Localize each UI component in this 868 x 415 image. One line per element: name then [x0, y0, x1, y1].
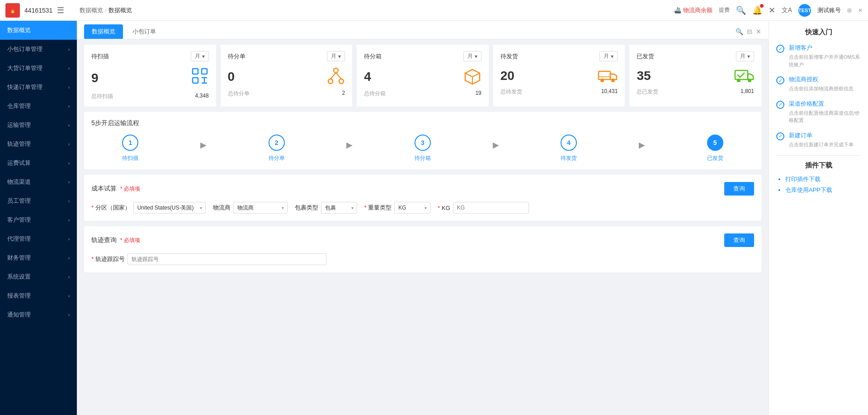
- user-name[interactable]: 测试账号: [817, 6, 841, 14]
- sidebar-item-notify[interactable]: 通知管理 ›: [0, 305, 77, 324]
- main-layout: 数据概览 小包订单管理 › 大货订单管理 › 快递订单管理 › 仓库管理 › 运…: [0, 21, 868, 415]
- right-panel: 快速入门 ✓ 新增客户 点击前往新增客户并开通OMS系统账户 ✓ 物流商授权 点…: [769, 21, 868, 415]
- card-title: 待发货: [500, 52, 518, 61]
- filter-label: 月: [740, 52, 745, 60]
- app-id: 44161531: [24, 7, 52, 14]
- step-5[interactable]: 5 已发货: [707, 135, 723, 162]
- quick-item-logistics-auth: ✓ 物流商授权 点击前往添加物流商授权信息: [776, 75, 861, 93]
- stat-number-shipped: 35: [637, 69, 651, 83]
- logistics-select[interactable]: 物流商: [233, 202, 288, 214]
- sidebar-item-express-order[interactable]: 快递订单管理 ›: [0, 78, 77, 97]
- sidebar-item-staff[interactable]: 员工管理 ›: [0, 191, 77, 210]
- step-label-1: 待扫描: [122, 154, 138, 162]
- sidebar-label: 员工管理: [7, 197, 68, 205]
- currency-label[interactable]: 提费: [719, 6, 730, 14]
- filter-label: 月: [467, 52, 473, 60]
- kg-input[interactable]: [453, 202, 529, 214]
- pkg-type-label: 包裹类型: [295, 204, 318, 212]
- track-query-section: 轨迹查询 * 必填项 查询 * 轨迹跟踪号: [84, 226, 761, 272]
- track-query-btn[interactable]: 查询: [724, 233, 754, 247]
- quick-item-title-4[interactable]: 新建订单: [789, 131, 861, 140]
- sidebar-label: 数据概览: [7, 26, 70, 34]
- window-close-icon[interactable]: ✕: [858, 7, 863, 14]
- pkg-type-field: 包裹类型 包裹: [295, 202, 357, 214]
- sidebar-item-track[interactable]: 轨迹管理 ›: [0, 135, 77, 154]
- window-expand-icon[interactable]: ⊞: [847, 7, 852, 14]
- sidebar-label: 运费试算: [7, 159, 68, 167]
- tab-expand-icon[interactable]: ⊟: [747, 28, 752, 35]
- card-footer: 总待分单 2: [228, 90, 345, 98]
- pkg-type-select[interactable]: 包裹: [321, 202, 357, 214]
- tab-search-icon[interactable]: 🔍: [736, 28, 743, 35]
- track-number-input[interactable]: [127, 253, 326, 265]
- breadcrumb-separator: /: [105, 7, 107, 14]
- sidebar-item-data-overview[interactable]: 数据概览: [0, 21, 77, 40]
- chevron-icon: ›: [68, 199, 70, 204]
- menu-icon[interactable]: ☰: [57, 5, 64, 15]
- logistics-balance-btn[interactable]: 🚢 物流商余额: [674, 6, 712, 14]
- quick-item-title-2[interactable]: 物流商授权: [789, 75, 861, 84]
- footer-label: 总已发货: [637, 88, 658, 96]
- breadcrumb: 数据概览 / 数据概览: [80, 6, 132, 14]
- quick-item-new-order: ✓ 新建订单 点击前往新建订单并完成下单: [776, 131, 861, 149]
- card-title: 待扫描: [91, 52, 109, 61]
- filter-arrow: ▾: [338, 53, 341, 60]
- quick-item-title-1[interactable]: 新增客户: [789, 44, 861, 52]
- card-body: 20: [500, 67, 618, 84]
- plugin-item-app[interactable]: 仓库使用APP下载: [785, 186, 861, 194]
- step-1[interactable]: 1 待扫描: [122, 135, 138, 162]
- filter-label: 月: [331, 52, 336, 60]
- tab-close-icon[interactable]: ✕: [756, 28, 761, 35]
- sidebar-item-reports[interactable]: 报表管理 ›: [0, 286, 77, 305]
- content-area: 数据概览 小包订单 🔍 ⊟ ✕ 待扫描 月 ▾: [77, 21, 868, 415]
- sidebar-item-logistics-channel[interactable]: 物流渠道 ›: [0, 173, 77, 191]
- plugin-item-print[interactable]: 打印插件下载: [785, 175, 861, 183]
- weight-type-select[interactable]: KG: [394, 202, 430, 214]
- svg-point-8: [334, 68, 338, 73]
- tab-data-overview[interactable]: 数据概览: [84, 24, 123, 39]
- card-filter-scan[interactable]: 月 ▾: [191, 51, 209, 61]
- quick-item-title-3[interactable]: 渠道价格配置: [789, 100, 861, 108]
- sidebar-item-finance[interactable]: 财务管理 ›: [0, 248, 77, 267]
- card-title: 已发货: [637, 52, 654, 61]
- search-icon[interactable]: 🔍: [736, 5, 746, 15]
- translate-icon[interactable]: 文A: [782, 6, 792, 14]
- stat-number-split: 0: [228, 70, 235, 84]
- step-3[interactable]: 3 待分箱: [415, 135, 431, 162]
- cost-trial-query-btn[interactable]: 查询: [724, 182, 754, 196]
- cost-trial-title-wrap: 成本试算 * 必填项: [91, 185, 140, 193]
- sidebar-label: 财务管理: [7, 254, 68, 262]
- sidebar: 数据概览 小包订单管理 › 大货订单管理 › 快递订单管理 › 仓库管理 › 运…: [0, 21, 77, 415]
- stat-card-scan: 待扫描 月 ▾ 9 总待扫描 4,348: [84, 45, 216, 107]
- footer-value: 2: [342, 90, 345, 98]
- card-footer: 总待发货 10,431: [500, 88, 618, 96]
- sidebar-label: 通知管理: [7, 311, 68, 319]
- sidebar-item-large-order[interactable]: 大货订单管理 ›: [0, 59, 77, 78]
- region-select[interactable]: United States(US-美国): [133, 202, 206, 214]
- sidebar-item-transport[interactable]: 运输管理 ›: [0, 116, 77, 135]
- card-body: 4: [364, 67, 481, 86]
- card-filter-shipped[interactable]: 月 ▾: [736, 51, 754, 61]
- bell-icon-wrap[interactable]: 🔔: [752, 5, 762, 15]
- sidebar-label: 快递订单管理: [7, 83, 68, 91]
- tab-small-order[interactable]: 小包订单: [125, 24, 164, 39]
- sidebar-item-agent[interactable]: 代理管理 ›: [0, 229, 77, 248]
- sidebar-item-customer[interactable]: 客户管理 ›: [0, 210, 77, 229]
- track-title-wrap: 轨迹查询 * 必填项: [91, 236, 140, 244]
- footer-value: 1,801: [741, 88, 754, 96]
- sidebar-item-freight-calc[interactable]: 运费试算 ›: [0, 154, 77, 173]
- step-2[interactable]: 2 待分单: [269, 135, 285, 162]
- sidebar-item-settings[interactable]: 系统设置 ›: [0, 267, 77, 286]
- sidebar-item-warehouse[interactable]: 仓库管理 ›: [0, 97, 77, 116]
- card-filter-ship[interactable]: 月 ▾: [599, 51, 618, 61]
- process-section: 5步开启运输流程 1 待扫描 ▶ 2 待分单 ▶ 3 待分箱: [84, 112, 761, 169]
- card-filter-box[interactable]: 月 ▾: [463, 51, 481, 61]
- svg-line-13: [465, 73, 472, 77]
- cross-icon[interactable]: ✕: [769, 5, 775, 15]
- card-filter-split[interactable]: 月 ▾: [327, 51, 345, 61]
- step-4[interactable]: 4 待发货: [561, 135, 577, 162]
- sidebar-item-small-order[interactable]: 小包订单管理 ›: [0, 40, 77, 59]
- chevron-icon: ›: [68, 312, 70, 317]
- plugin-title: 插件下载: [776, 161, 861, 170]
- svg-point-22: [748, 79, 751, 82]
